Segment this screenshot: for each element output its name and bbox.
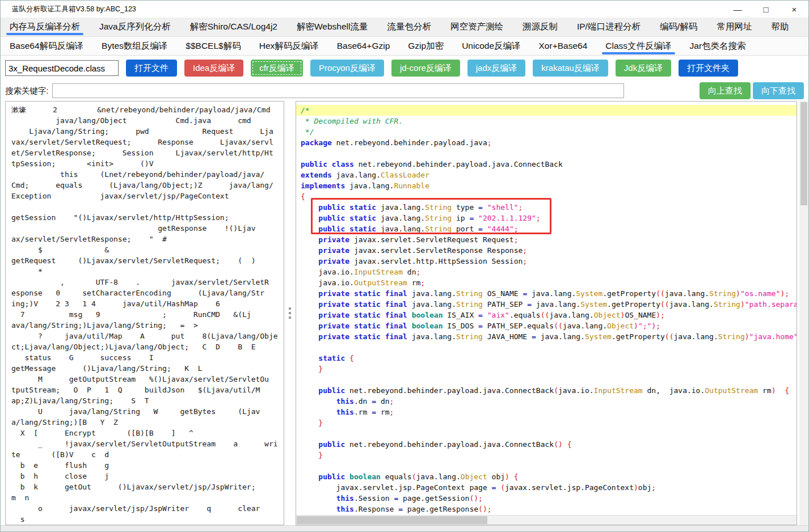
- toolbar: 打开文件Idea反编译cfr反编译Procyon反编译jd-core反编译jad…: [1, 56, 808, 81]
- sub-tabs: Base64解码反编译Bytes数组反编译$$BCEL$解码Hex解码反编译Ba…: [1, 37, 808, 56]
- procyon-decompile-button[interactable]: Procyon反编译: [310, 60, 384, 77]
- search-input[interactable]: [52, 83, 624, 98]
- panel-splitter[interactable]: [284, 101, 296, 525]
- cfr-decompile-button[interactable]: cfr反编译: [251, 60, 303, 77]
- subtab-class-file-decompile[interactable]: Class文件反编译: [604, 37, 672, 55]
- menu-tab-trace-countermeasure[interactable]: 溯源反制: [521, 18, 559, 36]
- code-lines: /* * Decompiled with CFR. */package net.…: [296, 102, 797, 525]
- close-button[interactable]: ×: [780, 1, 808, 18]
- left-panel-text: 漱壕 2 &net/rebeyond/behinder/payload/java…: [6, 102, 284, 525]
- jdk-decompile-button[interactable]: Jdk反编译: [616, 60, 671, 77]
- subtab-unicode-decompile[interactable]: Unicode反编译: [461, 37, 521, 55]
- menu-tab-decrypt-webshell-traffic[interactable]: 解密Webshell流量: [296, 18, 369, 36]
- search-row: 搜索关键字: 向上查找向下查找: [1, 81, 808, 101]
- menu-tab-decrypt-shiro-cas-log4j2[interactable]: 解密Shiro/CAS/Log4j2: [189, 18, 279, 36]
- v-scrollbar-thumb[interactable]: [800, 102, 807, 205]
- idea-decompile-button[interactable]: Idea反编译: [184, 60, 243, 77]
- subtab-hex-decode-decompile[interactable]: Hex解码反编译: [258, 37, 320, 55]
- subtab-bytes-array-decompile[interactable]: Bytes数组反编译: [100, 37, 168, 55]
- menu-tabs: 内存马反编译分析Java反序列化分析解密Shiro/CAS/Log4j2解密We…: [1, 18, 808, 37]
- subtab-jar-class-search[interactable]: Jar包类名搜索: [689, 37, 747, 55]
- v-scrollbar[interactable]: [799, 101, 808, 525]
- menu-tab-common-urls[interactable]: 常用网址: [715, 18, 753, 36]
- search-buttons: 向上查找向下查找: [700, 82, 804, 99]
- file-name-input[interactable]: [5, 60, 119, 76]
- open-folder-button[interactable]: 打开文件夹: [679, 60, 738, 77]
- subtab-gzip-encrypt[interactable]: Gzip加密: [407, 37, 445, 55]
- main-area: 漱壕 2 &net/rebeyond/behinder/payload/java…: [1, 101, 808, 525]
- jadx-decompile-button[interactable]: jadx反编译: [467, 60, 526, 77]
- menu-tab-memshell-decompile-analysis[interactable]: 内存马反编译分析: [9, 18, 81, 36]
- splitter-grip-icon: [289, 316, 291, 319]
- minimize-button[interactable]: —: [723, 1, 752, 18]
- jdcore-decompile-button[interactable]: jd-core反编译: [391, 60, 460, 77]
- h-scrollbar[interactable]: [296, 515, 797, 525]
- toolbar-buttons: 打开文件Idea反编译cfr反编译Procyon反编译jd-core反编译jad…: [126, 60, 738, 77]
- subtab-base64-decode-decompile[interactable]: Base64解码反编译: [9, 37, 85, 55]
- open-file-button[interactable]: 打开文件: [126, 60, 177, 77]
- window-controls: — □ ×: [723, 1, 808, 18]
- subtab-xor-base64[interactable]: Xor+Base64: [538, 37, 589, 55]
- window-title: 蓝队分析取证工具箱V3.58 by:ABC_123: [1, 5, 136, 14]
- left-panel[interactable]: 漱壕 2 &net/rebeyond/behinder/payload/java…: [5, 101, 284, 525]
- titlebar: 蓝队分析取证工具箱V3.58 by:ABC_123 — □ ×: [1, 1, 808, 18]
- menu-tab-encode-decode[interactable]: 编码/解码: [659, 18, 698, 36]
- menu-tab-ip-port-process-analysis[interactable]: IP/端口进程分析: [576, 18, 642, 36]
- subtab-base64-gzip[interactable]: Base64+Gzip: [336, 37, 391, 55]
- menu-tab-help[interactable]: 帮助: [770, 18, 790, 36]
- bottom-strip: [1, 525, 808, 532]
- menu-tab-cyber-asset-mapping[interactable]: 网空资产测绘: [449, 18, 504, 36]
- maximize-button[interactable]: □: [752, 1, 780, 18]
- splitter-grip-icon: [289, 312, 291, 314]
- search-label: 搜索关键字:: [5, 86, 49, 96]
- krakatau-decompile-button[interactable]: krakatau反编译: [533, 60, 608, 77]
- right-panel[interactable]: /* * Decompiled with CFR. */package net.…: [296, 101, 797, 525]
- splitter-grip-icon: [289, 307, 291, 310]
- search-up-button[interactable]: 向上查找: [700, 82, 751, 99]
- search-down-button[interactable]: 向下查找: [753, 82, 804, 99]
- menu-tab-java-deserialization-analysis[interactable]: Java反序列化分析: [98, 18, 172, 36]
- menu-tab-traffic-packet-analysis[interactable]: 流量包分析: [386, 18, 432, 36]
- h-scrollbar-thumb[interactable]: [297, 516, 487, 524]
- subtab-bcel-decode[interactable]: $$BCEL$解码: [184, 37, 242, 55]
